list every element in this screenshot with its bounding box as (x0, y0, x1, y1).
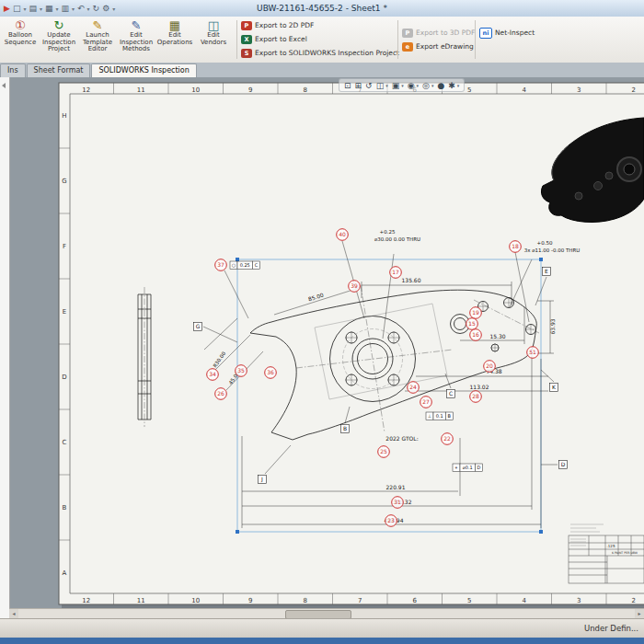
undo-icon[interactable]: ↶ (77, 4, 85, 13)
scroll-right-icon[interactable]: ▸ (635, 609, 644, 618)
balloon-17[interactable]: 17 (390, 267, 402, 279)
balloon-37[interactable]: 37 (215, 259, 227, 271)
zoom-to-fit-icon[interactable]: ⊡ (344, 81, 351, 90)
balloon-20[interactable]: 20 (484, 361, 496, 373)
export-3d-pdf-button[interactable]: PExport to 3D PDF (402, 26, 475, 40)
dimension-text[interactable]: ⌀30.00 0.00 THRU (374, 236, 420, 242)
datum-D[interactable]: D (559, 461, 568, 469)
datum-K[interactable]: K (550, 384, 558, 392)
dimension-text[interactable]: 2022 GTOL: (385, 435, 418, 442)
datum-G[interactable]: G (194, 323, 202, 331)
dimension-text[interactable]: 63.93 (549, 318, 556, 334)
quick-access-toolbar: ▶□▾▤▾▦▾▥▾↶▾↻⚙▾ (0, 4, 115, 13)
edit-appearance-icon[interactable]: ● (437, 81, 444, 90)
print-icon[interactable]: ▥ (62, 4, 70, 13)
scrollbar-thumb[interactable] (285, 610, 351, 618)
datum-C[interactable]: C (447, 390, 455, 398)
dimension-text[interactable]: 220.91 (386, 484, 406, 490)
feature-control-frame[interactable]: ⊥0.1B (426, 412, 453, 420)
open-document-icon[interactable]: ▤ (29, 4, 37, 13)
display-style-icon[interactable]: ◉ (408, 81, 415, 90)
dropdown-caret-icon[interactable]: ▾ (23, 6, 26, 12)
datum-B[interactable]: B (341, 425, 350, 433)
balloon-39[interactable]: 39 (349, 281, 361, 293)
svg-text:39: 39 (351, 282, 358, 289)
edit-inspection-methods-button[interactable]: ✎EditInspectionMethods (117, 17, 155, 62)
dimension-text[interactable]: +0.50 (537, 240, 553, 246)
scroll-left-icon[interactable]: ◂ (9, 609, 18, 618)
dimension-text[interactable]: 113.02 (470, 384, 489, 390)
title-block-finish: .125 (607, 544, 615, 548)
dropdown-caret-icon[interactable]: ▾ (40, 6, 42, 12)
dropdown-caret-icon[interactable]: ▾ (417, 83, 420, 88)
balloon-22[interactable]: 22 (442, 433, 454, 445)
export-edrawing-button[interactable]: eExport eDrawing (402, 40, 475, 53)
hide-show-items-icon[interactable]: ◎ (422, 81, 430, 90)
balloon-35[interactable]: 35 (236, 365, 247, 377)
dropdown-caret-icon[interactable]: ▾ (431, 83, 434, 88)
new-document-icon[interactable]: □ (13, 4, 21, 13)
feature-control-frame[interactable]: ⌖⌀0.1D (453, 464, 482, 472)
balloon-24[interactable]: 24 (408, 382, 420, 394)
dropdown-caret-icon[interactable]: ▾ (87, 6, 90, 12)
export-2d-pdf-button[interactable]: PExport to 2D PDF (241, 18, 399, 32)
datum-E[interactable]: E (543, 268, 551, 276)
balloon-19[interactable]: 19 (470, 307, 482, 319)
title-bar: ▶□▾▤▾▦▾▥▾↶▾↻⚙▾ UBW-21161-45655-2 - Sheet… (0, 0, 644, 17)
feature-control-frame[interactable]: ○0.25C (230, 261, 259, 270)
dimension-text[interactable]: +0.25 (380, 229, 396, 235)
update-inspection-project-button[interactable]: ↻UpdateInspectionProject (40, 17, 78, 62)
command-manager-tabs: InsSheet FormatSOLIDWORKS Inspection (0, 63, 644, 78)
balloon-16[interactable]: 16 (470, 329, 482, 341)
section-view-icon[interactable]: ◫ (376, 81, 385, 90)
view-orientation-icon[interactable]: ▣ (392, 81, 400, 90)
drawing-canvas[interactable]: 1212111110109988776655443322HGFEDCBA (0, 77, 644, 618)
dimension-text[interactable]: 3x ⌀11.00 -0.00 THRU (524, 247, 581, 253)
dropdown-caret-icon[interactable]: ▾ (112, 6, 115, 12)
balloon-15[interactable]: 15 (466, 318, 478, 330)
svg-text:11: 11 (137, 597, 145, 604)
balloon-51[interactable]: 51 (527, 347, 539, 359)
dimension-text[interactable]: 15.30 (489, 333, 505, 339)
dropdown-caret-icon[interactable]: ▾ (72, 6, 75, 12)
balloon-23[interactable]: 23 (385, 515, 397, 527)
feature-manager-collapsed-panel[interactable] (0, 77, 10, 618)
tab-solidworks-inspection[interactable]: SOLIDWORKS Inspection (91, 63, 196, 77)
expand-panel-icon[interactable] (2, 83, 6, 88)
launch-template-editor-button[interactable]: ✎LaunchTemplateEditor (78, 17, 117, 62)
dropdown-caret-icon[interactable]: ▾ (457, 83, 460, 88)
balloon-26[interactable]: 26 (215, 388, 227, 400)
view-settings-icon[interactable]: ✱ (448, 81, 455, 90)
export-sw-inspection-project-button[interactable]: SExport to SOLIDWORKS Inspection Project (241, 46, 399, 60)
balloon-36[interactable]: 36 (265, 367, 277, 379)
balloon-18[interactable]: 18 (510, 241, 522, 253)
zoom-to-area-icon[interactable]: ⊞ (355, 81, 362, 90)
tab-sheet-format[interactable]: Sheet Format (27, 63, 91, 77)
datum-J[interactable]: J (259, 476, 267, 484)
balloon-34[interactable]: 34 (207, 369, 219, 381)
graphics-area[interactable]: 1212111110109988776655443322HGFEDCBA (0, 77, 644, 618)
balloon-sequence-button[interactable]: ①BalloonSequence (1, 17, 40, 62)
balloon-28[interactable]: 28 (470, 391, 482, 403)
edit-vendors-button[interactable]: ◫EditVendors (194, 17, 233, 62)
dropdown-caret-icon[interactable]: ▾ (56, 6, 59, 12)
svg-text:8: 8 (304, 86, 307, 94)
ribbon-divider (397, 20, 398, 59)
rebuild-icon[interactable]: ↻ (93, 4, 100, 13)
dropdown-caret-icon[interactable]: ▾ (401, 83, 404, 88)
export-excel-button[interactable]: XExport to Excel (241, 32, 399, 46)
save-icon[interactable]: ▦ (45, 4, 53, 13)
solidworks-logo-icon[interactable]: ▶ (4, 4, 10, 13)
net-inspect-button[interactable]: niNet-Inspect (479, 26, 535, 40)
options-icon[interactable]: ⚙ (102, 4, 109, 13)
balloon-40[interactable]: 40 (337, 229, 349, 241)
balloon-31[interactable]: 31 (392, 497, 404, 509)
dropdown-caret-icon[interactable]: ▾ (385, 83, 388, 88)
dimension-text[interactable]: 135.60 (402, 277, 421, 283)
edit-operations-button[interactable]: ▦EditOperations (155, 17, 194, 62)
horizontal-scrollbar[interactable]: ◂ ▸ (9, 608, 644, 618)
balloon-25[interactable]: 25 (378, 446, 390, 458)
previous-view-icon[interactable]: ↺ (365, 81, 373, 90)
balloon-27[interactable]: 27 (420, 397, 432, 408)
tab-add-ins[interactable]: Ins (0, 63, 26, 77)
